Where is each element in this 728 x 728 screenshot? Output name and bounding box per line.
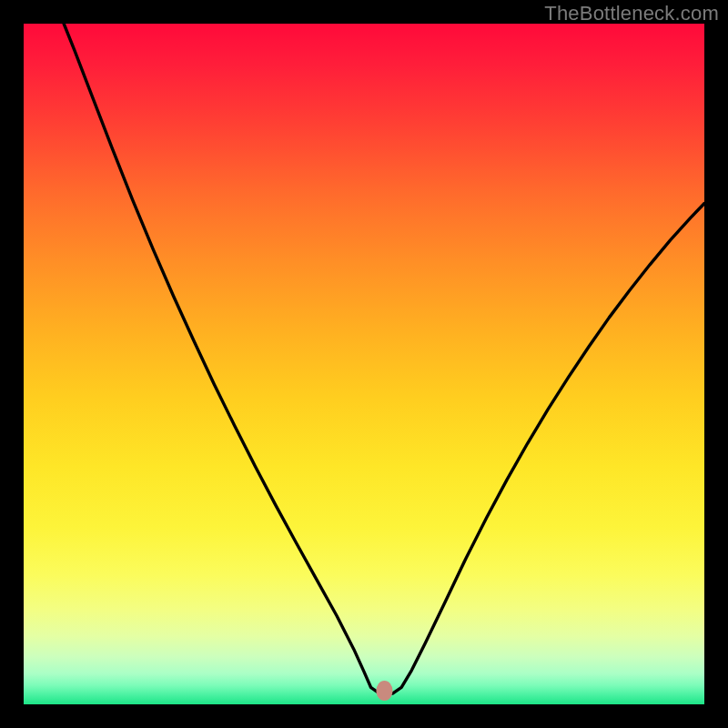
plot-background [24,24,704,704]
optimal-point-marker [376,681,392,701]
watermark-text: TheBottleneck.com [544,2,719,25]
chart-root: { "watermark": "TheBottleneck.com", "cha… [0,0,728,728]
bottleneck-chart [0,0,728,728]
